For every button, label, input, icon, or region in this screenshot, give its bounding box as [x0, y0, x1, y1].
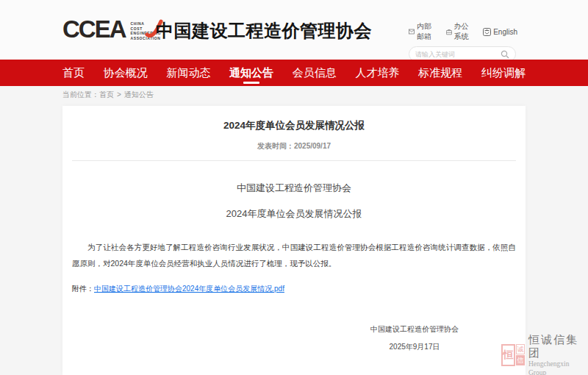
search-input[interactable] [415, 51, 501, 58]
publish-date-label: 发表时间： [257, 142, 294, 150]
signature-block: 中国建设工程造价管理协会 2025年9月17日 [72, 321, 516, 356]
signature-org: 中国建设工程造价管理协会 [370, 321, 459, 338]
site-title: 中国建设工程造价管理协会 [156, 19, 372, 43]
doc-title-line2: 2024年度单位会员发展情况公报 [72, 207, 516, 221]
attachment-pdf-link[interactable]: 中国建设工程造价管理协会2024年度单位会员发展情况.pdf [94, 285, 284, 293]
main-nav-inner: 首页 协会概况 新闻动态 通知公告 会员信息 人才培养 标准规程 纠纷调解 [62, 60, 526, 86]
watermark-text: 恒诚信集团 Hengchengxin Group [528, 333, 588, 375]
internal-mail-link[interactable]: 内部邮箱 [409, 21, 437, 42]
nav-item-news[interactable]: 新闻动态 [166, 60, 210, 86]
article-publish-date: 发表时间：2025/09/17 [72, 141, 516, 151]
attachment-label: 附件： [72, 285, 94, 293]
internal-mail-label: 内部邮箱 [417, 21, 437, 42]
publish-date-value: 2025/09/17 [294, 142, 331, 150]
nav-item-home[interactable]: 首页 [62, 60, 85, 86]
doc-title-line1: 中国建设工程造价管理协会 [72, 182, 516, 195]
office-system-link[interactable]: 办公系统 [446, 21, 474, 42]
mail-icon [409, 28, 415, 35]
hengchengxin-seal-icon: 恒 诚 信 [501, 344, 525, 366]
english-label: English [493, 28, 517, 36]
nav-item-dispute[interactable]: 纠纷调解 [481, 60, 526, 86]
nav-item-standards[interactable]: 标准规程 [418, 60, 462, 86]
breadcrumb-home-link[interactable]: 首页 [99, 90, 114, 99]
article-card: 2024年度单位会员发展情况公报 发表时间：2025/09/17 中国建设工程造… [62, 106, 526, 375]
signature-inner: 中国建设工程造价管理协会 2025年9月17日 [370, 321, 459, 356]
title-divider [72, 160, 516, 161]
watermark-name-en: Hengchengxin Group [528, 360, 588, 375]
search-icon[interactable] [501, 50, 509, 59]
main-nav: 首页 协会概况 新闻动态 通知公告 会员信息 人才培养 标准规程 纠纷调解 [0, 60, 588, 86]
breadcrumb-separator: > [117, 90, 121, 99]
briefcase-icon [446, 28, 452, 36]
nav-item-about[interactable]: 协会概况 [104, 60, 148, 86]
logo-acronym: CCEA [62, 15, 126, 44]
header-utilities: 内部邮箱 办公系统 English [409, 21, 517, 62]
nav-item-members[interactable]: 会员信息 [293, 60, 337, 86]
site-header: CCEA CHINA COST ENGINEERING ASSOCIATION … [0, 0, 588, 60]
hengchengxin-watermark: 恒 诚 信 恒诚信集团 Hengchengxin Group [501, 333, 588, 375]
nav-item-notices[interactable]: 通知公告 [229, 60, 273, 86]
article-paragraph: 为了让社会各方更好地了解工程造价咨询行业发展状况，中国建设工程造价管理协会根据工… [72, 239, 516, 271]
breadcrumb: 当前位置：首页>通知公告 [62, 90, 154, 100]
office-system-label: 办公系统 [454, 21, 474, 42]
article-title: 2024年度单位会员发展情况公报 [72, 119, 516, 132]
watermark-name: 恒诚信集团 [528, 333, 588, 360]
seal-char-3: 信 [516, 355, 525, 365]
seal-char-1: 恒 [501, 344, 515, 366]
breadcrumb-current-link[interactable]: 通知公告 [124, 90, 154, 99]
utility-links: 内部邮箱 办公系统 English [409, 21, 517, 42]
page: CCEA CHINA COST ENGINEERING ASSOCIATION … [0, 0, 588, 375]
english-link[interactable]: English [483, 28, 517, 36]
site-logo[interactable]: CCEA CHINA COST ENGINEERING ASSOCIATION [62, 15, 161, 44]
seal-char-2: 诚 [516, 344, 525, 354]
breadcrumb-prefix: 当前位置： [62, 90, 99, 99]
nav-item-training[interactable]: 人才培养 [356, 60, 400, 86]
globe-icon [483, 28, 491, 36]
attachment-row: 附件：中国建设工程造价管理协会2024年度单位会员发展情况.pdf [72, 284, 516, 294]
signature-date: 2025年9月17日 [370, 338, 459, 356]
